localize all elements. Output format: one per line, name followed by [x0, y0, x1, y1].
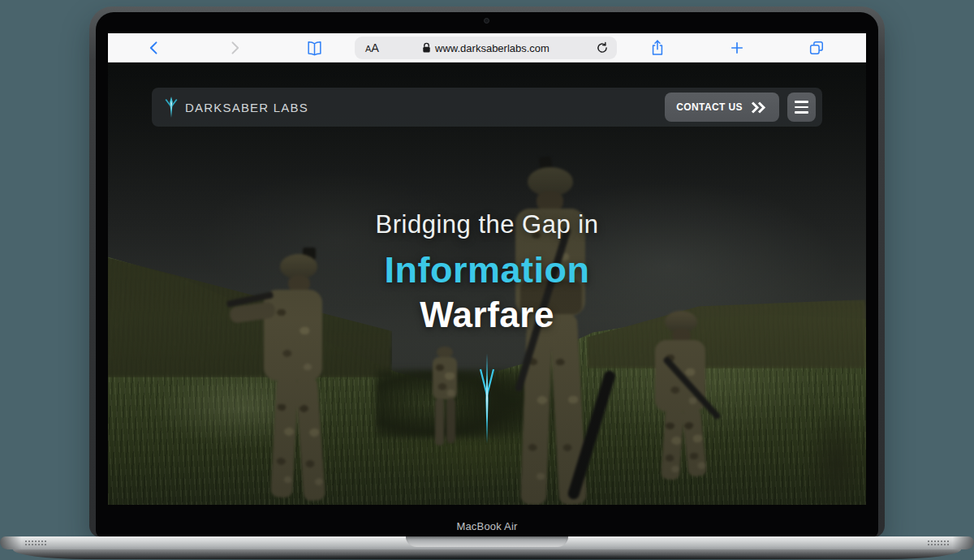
address-bar[interactable]: AA www.darksaberlabs.com — [355, 37, 617, 59]
browser-toolbar: AA www.darksaberlabs.com — [108, 33, 866, 62]
site-navbar: DARKSABER LABS CONTACT US — [152, 88, 822, 127]
back-icon[interactable] — [145, 39, 163, 57]
macbook-lid-frame: AA www.darksaberlabs.com — [89, 6, 885, 537]
hero-section: DARKSABER LABS CONTACT US — [108, 62, 866, 505]
desktop-background: AA www.darksaberlabs.com — [0, 0, 974, 560]
browser-viewport: AA www.darksaberlabs.com — [108, 33, 866, 505]
url-text: www.darksaberlabs.com — [435, 42, 549, 54]
laptop-shadow — [122, 554, 852, 560]
reload-icon[interactable] — [595, 41, 610, 55]
bookmarks-book-icon[interactable] — [305, 39, 323, 57]
forward-icon[interactable] — [226, 39, 244, 57]
device-label: MacBook Air — [89, 520, 885, 532]
new-tab-icon[interactable] — [728, 39, 746, 57]
webcam-dot — [484, 18, 489, 24]
brand-name: DARKSABER LABS — [185, 101, 308, 114]
share-icon[interactable] — [649, 39, 666, 57]
darksaber-logo-icon — [164, 96, 179, 118]
scroll-down-saber-icon — [478, 353, 496, 447]
contact-us-label: CONTACT US — [676, 101, 743, 113]
hero-heading-line1: Bridging the Gap in — [108, 210, 866, 239]
hamburger-menu-icon — [795, 101, 808, 103]
hero-heading: Bridging the Gap in Information Warfare — [108, 210, 866, 335]
hero-heading-line2: Information — [108, 249, 866, 291]
lock-icon — [422, 42, 431, 54]
double-chevron-icon — [750, 101, 768, 114]
site-logo[interactable]: DARKSABER LABS — [164, 96, 308, 118]
hamburger-menu-button[interactable] — [787, 93, 816, 122]
speaker-vent-left — [24, 540, 47, 546]
hero-heading-line3: Warfare — [108, 295, 866, 335]
contact-us-button[interactable]: CONTACT US — [665, 93, 779, 122]
url-display[interactable]: www.darksaberlabs.com — [355, 37, 617, 59]
tabs-overview-icon[interactable] — [808, 39, 825, 57]
speaker-vent-right — [927, 540, 950, 546]
macbook-lid-notch — [406, 536, 568, 547]
